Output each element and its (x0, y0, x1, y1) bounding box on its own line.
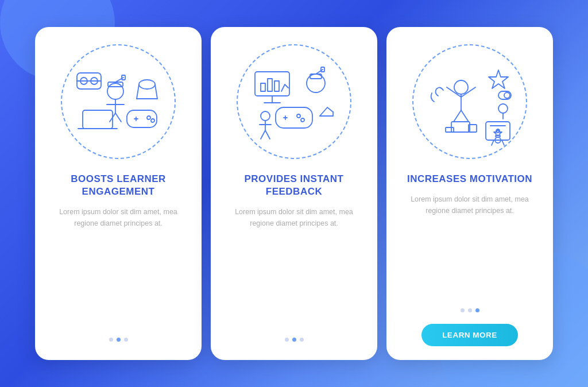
card-2-illustration (237, 44, 351, 159)
svg-rect-46 (498, 91, 511, 99)
dot-1 (109, 338, 113, 342)
svg-rect-26 (261, 83, 265, 91)
svg-line-11 (115, 113, 121, 122)
dot-2 (468, 308, 472, 312)
svg-rect-27 (268, 79, 272, 91)
svg-rect-28 (274, 81, 279, 91)
dot-1 (285, 338, 289, 342)
dot-2 (117, 338, 121, 342)
card-1-title: BOOSTS LEARNER ENGAGEMENT (49, 173, 188, 198)
card-motivation: INCREASES MOTIVATION Lorem ipsum dolor s… (386, 27, 553, 360)
svg-line-64 (502, 140, 504, 145)
card-3-illustration (412, 44, 527, 159)
dot-3 (300, 338, 304, 342)
svg-point-38 (261, 111, 270, 121)
svg-point-18 (151, 119, 154, 122)
svg-point-29 (307, 74, 325, 92)
dot-2 (292, 338, 296, 342)
card-2-title: PROVIDES INSTANT FEEDBACK (225, 173, 363, 198)
svg-marker-45 (489, 70, 508, 88)
card-3-title: INCREASES MOTIVATION (407, 173, 532, 185)
card-3-body: Lorem ipsum dolor sit dim amet, mea regi… (400, 194, 539, 216)
svg-point-36 (297, 114, 300, 118)
cards-container: BOOSTS LEARNER ENGAGEMENT Lorem ipsum do… (24, 16, 564, 371)
dot-1 (461, 308, 465, 312)
svg-line-54 (454, 110, 461, 122)
card-2-body: Lorem ipsum dolor sit dim amet, mea regi… (225, 206, 363, 229)
learn-more-button[interactable]: LEARN MORE (421, 324, 518, 346)
dot-3 (124, 338, 128, 342)
card-3-dots (461, 308, 479, 312)
card-1-dots (109, 338, 128, 342)
svg-line-20 (137, 84, 139, 99)
svg-rect-57 (446, 127, 454, 132)
svg-line-41 (261, 130, 265, 139)
svg-point-19 (139, 80, 155, 89)
svg-point-37 (301, 118, 304, 122)
card-2-dots (285, 338, 304, 342)
svg-line-55 (461, 110, 469, 122)
svg-line-63 (492, 140, 494, 145)
svg-rect-33 (276, 107, 312, 128)
svg-point-17 (147, 116, 150, 119)
svg-point-4 (107, 83, 123, 99)
svg-line-42 (265, 130, 270, 139)
svg-rect-12 (83, 110, 113, 129)
svg-point-50 (454, 80, 468, 94)
card-engagement: BOOSTS LEARNER ENGAGEMENT Lorem ipsum do… (35, 27, 202, 360)
svg-point-48 (498, 104, 508, 113)
svg-line-21 (155, 84, 157, 99)
dot-3 (475, 308, 479, 312)
card-1-illustration (61, 44, 176, 159)
card-feedback: PROVIDES INSTANT FEEDBACK Lorem ipsum do… (211, 27, 377, 360)
card-1-body: Lorem ipsum dolor sit dim amet, mea regi… (49, 206, 188, 229)
svg-point-47 (504, 92, 510, 98)
